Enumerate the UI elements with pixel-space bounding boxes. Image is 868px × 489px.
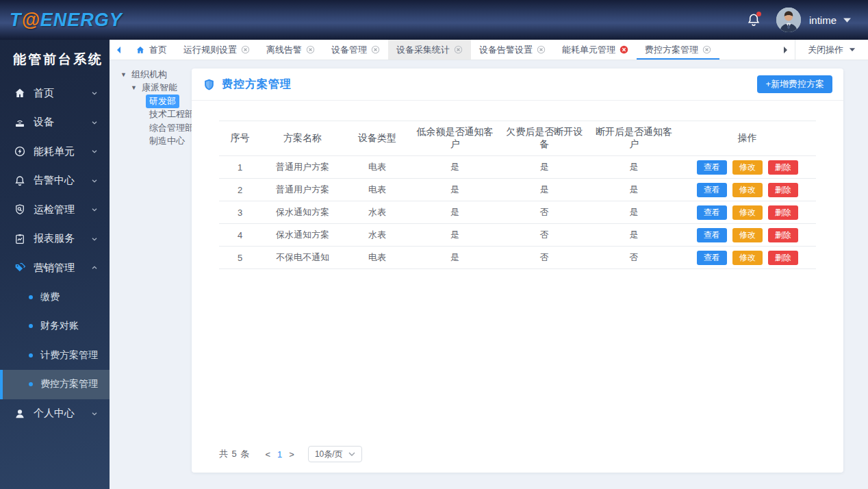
edit-button[interactable]: 修改 (732, 160, 763, 175)
actions-cell: 查看修改删除 (678, 247, 816, 269)
tree-node-tech-eng-dept[interactable]: 技术工程部 (120, 108, 197, 122)
tab-offline-alarm[interactable]: 离线告警 (258, 40, 323, 60)
table-cell: 2 (219, 179, 261, 201)
tree-node-general-mgmt[interactable]: 综合管理部 (120, 121, 197, 135)
fee-control-card: 费控方案管理 +新增费控方案 序号方案名称设备类型低余额是否通知客户欠费后是否断… (192, 68, 843, 473)
sidebar-item-label: 个人中心 (34, 407, 75, 420)
edit-button[interactable]: 修改 (732, 228, 763, 242)
tabs-scroll-left-icon[interactable] (110, 40, 127, 60)
bell-icon (746, 18, 761, 29)
tab-device-alarm-settings[interactable]: 设备告警设置 (471, 40, 554, 60)
system-title: 能管前台系统 (0, 40, 110, 79)
sidebar-item-report[interactable]: 报表服务 (0, 225, 110, 254)
table-cell: 3 (219, 201, 261, 224)
user-avatar[interactable] (776, 8, 801, 32)
view-button[interactable]: 查看 (697, 228, 727, 242)
header-right: intime (746, 8, 852, 32)
table-cell: 是 (589, 224, 679, 247)
table-cell: 是 (410, 224, 500, 247)
sidebar-item-home[interactable]: 首页 (0, 79, 110, 108)
tree-node-company[interactable]: ▼ 康派智能 (120, 82, 197, 95)
tree-expand-icon[interactable]: ▼ (120, 71, 127, 78)
table-cell: 否 (500, 247, 589, 269)
view-button[interactable]: 查看 (697, 251, 727, 265)
close-operations-label: 关闭操作 (808, 44, 843, 56)
tab-close-icon[interactable] (371, 45, 380, 54)
home-icon (14, 87, 26, 99)
sidebar-item-energy-unit[interactable]: 能耗单元 (0, 137, 110, 166)
view-button[interactable]: 查看 (697, 183, 727, 197)
table-cell: 保水通知方案 (261, 224, 344, 247)
edit-button[interactable]: 修改 (732, 183, 763, 197)
bullet-icon (29, 382, 33, 386)
app-header: T@ENERGY intime (0, 0, 868, 40)
table-cell: 是 (589, 179, 679, 201)
delete-button[interactable]: 删除 (768, 183, 798, 197)
add-fee-control-plan-button[interactable]: +新增费控方案 (757, 75, 832, 93)
tree-expand-icon[interactable]: ▼ (131, 84, 137, 91)
tab-run-rule-settings[interactable]: 运行规则设置 (175, 40, 258, 60)
actions-cell: 查看修改删除 (678, 156, 816, 179)
pagination-prev-icon[interactable]: < (265, 449, 270, 460)
edit-button[interactable]: 修改 (732, 205, 763, 220)
tab-close-icon[interactable] (620, 45, 628, 54)
notification-badge (756, 12, 761, 16)
edit-button[interactable]: 修改 (732, 251, 763, 265)
delete-button[interactable]: 删除 (768, 228, 798, 242)
sidebar-subitem-billing-plan-mgmt[interactable]: 计费方案管理 (0, 341, 110, 371)
delete-button[interactable]: 删除 (768, 251, 798, 265)
tree-node-rd-dept[interactable]: 研发部 (120, 95, 197, 108)
avatar-image (776, 8, 801, 32)
table-cell: 否 (500, 224, 589, 247)
tab-device-collect-stats[interactable]: 设备采集统计 (388, 40, 471, 60)
column-header: 操作 (678, 121, 816, 156)
logo-energy: ENERGY (40, 10, 123, 30)
device-icon (14, 116, 26, 129)
delete-button[interactable]: 删除 (768, 160, 798, 175)
notification-bell-icon[interactable] (746, 12, 761, 27)
column-header: 低余额是否通知客户 (410, 121, 500, 156)
table-cell: 是 (500, 156, 589, 179)
tab-close-icon[interactable] (306, 45, 315, 54)
marketing-icon (14, 262, 26, 274)
sidebar-item-alarm-center[interactable]: 告警中心 (0, 166, 110, 196)
tree-node-org-root[interactable]: ▼ 组织机构 (120, 68, 197, 82)
pagination-page-1[interactable]: 1 (277, 449, 282, 460)
sidebar-subitem-finance-reconcile[interactable]: 财务对账 (0, 312, 110, 341)
tabs-scroll-right-icon[interactable] (777, 40, 795, 60)
tab-fee-control-plan-mgmt[interactable]: 费控方案管理 (637, 40, 719, 60)
tab-home[interactable]: 首页 (127, 40, 175, 60)
delete-button[interactable]: 删除 (768, 205, 798, 220)
username[interactable]: intime (809, 14, 837, 26)
sidebar-subitem-payment[interactable]: 缴费 (0, 283, 110, 312)
sidebar-item-personal-center[interactable]: 个人中心 (0, 399, 110, 429)
sidebar-subitem-fee-control-plan-mgmt[interactable]: 费控方案管理 (0, 370, 110, 399)
table-cell: 是 (500, 179, 589, 201)
tab-device-mgmt[interactable]: 设备管理 (323, 40, 388, 60)
sidebar-item-inspection[interactable]: 运检管理 (0, 195, 110, 225)
sidebar-item-marketing[interactable]: 营销管理 (0, 253, 110, 283)
page-size-select[interactable]: 10条/页 (308, 446, 362, 462)
view-button[interactable]: 查看 (697, 160, 727, 175)
table-cell: 电表 (344, 179, 410, 201)
sidebar-item-label: 设备 (34, 116, 54, 129)
tab-close-icon[interactable] (702, 45, 711, 54)
close-operations-dropdown[interactable]: 关闭操作 (795, 40, 868, 60)
user-menu-caret-icon[interactable] (843, 17, 852, 23)
tree-company-label: 康派智能 (142, 82, 177, 94)
page-title: 费控方案管理 (222, 77, 292, 92)
tab-label: 设备告警设置 (479, 44, 533, 56)
tab-close-icon[interactable] (454, 45, 463, 54)
tree-leaf-label: 技术工程部 (146, 108, 197, 121)
sidebar-subitem-label: 费控方案管理 (40, 378, 98, 390)
sidebar-item-device[interactable]: 设备 (0, 108, 110, 138)
tab-close-icon[interactable] (537, 45, 546, 54)
total-count: 共 5 条 (219, 448, 250, 460)
tab-energy-unit-mgmt[interactable]: 能耗单元管理 (554, 40, 637, 60)
tree-node-manufacturing[interactable]: 制造中心 (120, 135, 197, 149)
close-operations-caret-icon (849, 47, 856, 52)
view-button[interactable]: 查看 (697, 205, 727, 220)
table-row: 5不保电不通知电表是否否查看修改删除 (219, 247, 816, 269)
tab-close-icon[interactable] (241, 45, 250, 54)
pagination-next-icon[interactable]: > (289, 449, 294, 460)
